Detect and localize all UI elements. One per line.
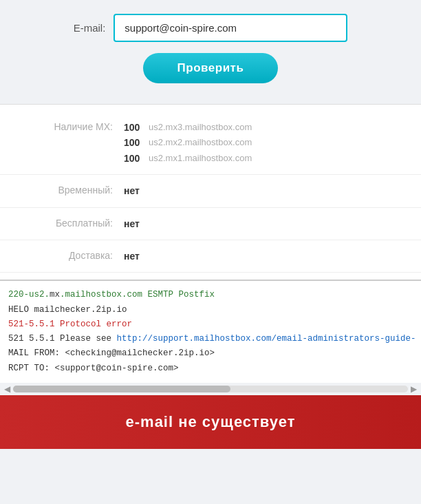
temp-value: нет: [124, 183, 140, 198]
log-line-6: RCPT TO: <support@coin-spire.com>: [8, 361, 413, 376]
log-line-1-dark: mx: [50, 290, 60, 300]
top-section: E-mail: Проверить: [0, 0, 421, 104]
mx-label: Наличие МХ:: [21, 120, 124, 132]
email-input[interactable]: [114, 14, 347, 42]
mx-entry-1: 100 us2.mx3.mailhostbox.com: [124, 120, 252, 135]
email-label: E-mail:: [74, 22, 106, 34]
log-line-1: 220-us2.mx.mailhostbox.com ESMTP Postfix: [8, 288, 413, 302]
mx-entry-2: 100 us2.mx2.mailhostbox.com: [124, 135, 252, 150]
mx-host-3: us2.mx1.mailhostbox.com: [149, 151, 252, 166]
log-line-4-link[interactable]: http://support.mailhostbox.com/email-adm…: [117, 334, 416, 344]
free-row: Бесплатный: нет: [0, 208, 421, 240]
button-row: Проверить: [28, 53, 393, 83]
log-line-1-green1: 220-us2.: [8, 290, 50, 300]
free-value: нет: [124, 216, 140, 231]
delivery-value: нет: [124, 249, 140, 264]
log-line-4-prefix: 521 5.5.1 Please see: [8, 334, 117, 344]
mx-host-2: us2.mx2.mailhostbox.com: [149, 136, 252, 150]
scroll-left-arrow[interactable]: ◀: [4, 384, 10, 394]
mx-row: Наличие МХ: 100 us2.mx3.mailhostbox.com …: [0, 112, 421, 175]
log-line-5: MAIL FROM: <checking@mailchecker.2ip.io>: [8, 346, 413, 361]
free-label: Бесплатный:: [21, 216, 124, 229]
check-button[interactable]: Проверить: [143, 53, 279, 83]
scrollbar-thumb[interactable]: [13, 386, 230, 392]
scroll-controls: ◀ ▶: [0, 383, 421, 395]
delivery-row: Доставка: нет: [0, 240, 421, 273]
mx-value: 100 us2.mx3.mailhostbox.com 100 us2.mx2.…: [124, 120, 252, 166]
scroll-right-arrow[interactable]: ▶: [411, 384, 417, 394]
mx-host-1: us2.mx3.mailhostbox.com: [149, 120, 252, 135]
temp-row: Временный: нет: [0, 175, 421, 207]
mx-priority-2: 100: [124, 135, 144, 150]
log-section: 220-us2.mx.mailhostbox.com ESMTP Postfix…: [0, 280, 421, 383]
log-line-1-green2: .mailhostbox.com ESMTP Postfix: [60, 290, 215, 300]
log-line-4: 521 5.5.1 Please see http://support.mail…: [8, 332, 413, 346]
email-row: E-mail:: [28, 14, 393, 42]
log-line-3: 521-5.5.1 Protocol error: [8, 317, 413, 332]
mx-priority-1: 100: [124, 120, 144, 135]
mx-priority-3: 100: [124, 151, 144, 166]
footer-text: e-mail не существует: [126, 413, 296, 430]
log-line-2: HELO mailchecker.2ip.io: [8, 303, 413, 317]
delivery-label: Доставка:: [21, 249, 124, 261]
temp-label: Временный:: [21, 183, 124, 196]
scrollbar-track[interactable]: [13, 386, 408, 392]
footer-banner: e-mail не существует: [0, 395, 421, 449]
results-section: Наличие МХ: 100 us2.mx3.mailhostbox.com …: [0, 104, 421, 280]
mx-entry-3: 100 us2.mx1.mailhostbox.com: [124, 151, 252, 166]
